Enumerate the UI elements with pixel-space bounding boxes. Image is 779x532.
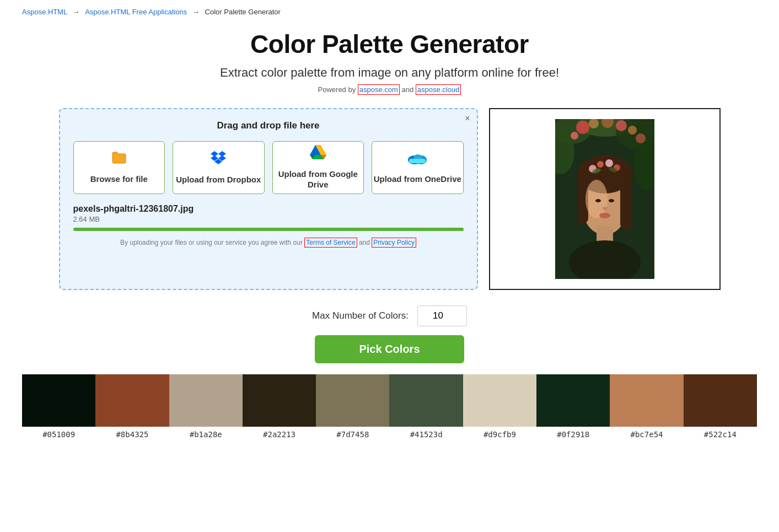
- svg-point-24: [628, 126, 637, 135]
- breadcrumb-link-aspose-html[interactable]: Aspose.HTML: [22, 8, 67, 16]
- browse-button-label: Browse for file: [90, 174, 148, 185]
- svg-point-31: [585, 180, 608, 218]
- file-name: pexels-phgaltri-12361807.jpg: [73, 204, 464, 214]
- swatch-item: #d9cfb9: [463, 374, 536, 439]
- swatch-color[interactable]: [243, 374, 316, 427]
- swatch-item: #b1a28e: [169, 374, 243, 439]
- gdrive-button[interactable]: Upload from Google Drive: [272, 141, 364, 194]
- svg-point-20: [576, 121, 589, 134]
- file-size: 2.64 MB: [73, 215, 464, 223]
- swatch-color[interactable]: [536, 374, 610, 427]
- upload-buttons-row: Browse for file Upload from Dropbox: [73, 141, 464, 194]
- swatch-color[interactable]: [95, 374, 169, 427]
- terms-sep: and: [359, 239, 372, 246]
- gdrive-button-label: Upload from Google Drive: [273, 169, 364, 190]
- preview-image: [555, 119, 654, 279]
- drag-drop-label: Drag and drop file here: [73, 120, 464, 131]
- svg-point-32: [595, 199, 601, 202]
- swatch-color[interactable]: [22, 374, 95, 427]
- terms-text: By uploading your files or using our ser…: [73, 239, 464, 246]
- breadcrumb-current: Color Palette Generator: [205, 8, 281, 16]
- svg-point-25: [571, 132, 578, 139]
- swatch-label: #0f2918: [557, 430, 589, 439]
- swatch-label: #7d7458: [336, 430, 369, 439]
- onedrive-button[interactable]: Upload from OneDrive: [372, 141, 464, 194]
- breadcrumb-link-free-apps[interactable]: Aspose.HTML Free Applications: [85, 8, 187, 16]
- swatch-color[interactable]: [169, 374, 243, 427]
- swatch-item: #41523d: [389, 374, 463, 439]
- powered-by: Powered by aspose.com and aspose.cloud: [11, 85, 768, 94]
- max-colors-row: Max Number of Colors:: [312, 305, 467, 326]
- privacy-policy-link[interactable]: Privacy Policy: [372, 238, 416, 248]
- onedrive-button-label: Upload from OneDrive: [374, 174, 461, 185]
- swatch-label: #bc7e54: [631, 430, 663, 439]
- terms-of-service-link[interactable]: Terms of Service: [304, 238, 357, 248]
- swatch-color[interactable]: [316, 374, 389, 427]
- controls-area: Max Number of Colors: Pick Colors: [0, 295, 779, 369]
- swatch-color[interactable]: [463, 374, 536, 427]
- powered-by-prefix: Powered by: [318, 85, 358, 94]
- swatch-label: #051009: [42, 430, 75, 439]
- breadcrumb-sep-2: →: [192, 8, 202, 16]
- powered-by-aspose-cloud[interactable]: aspose.cloud: [416, 84, 461, 95]
- swatch-item: #0f2918: [536, 374, 610, 439]
- powered-by-aspose-com[interactable]: aspose.com: [358, 84, 400, 95]
- swatch-item: #2a2213: [243, 374, 316, 439]
- swatch-color[interactable]: [610, 374, 683, 427]
- svg-point-34: [603, 207, 607, 210]
- dropbox-button[interactable]: Upload from Dropbox: [173, 141, 265, 194]
- preview-box: [489, 108, 721, 290]
- swatch-label: #b1a28e: [190, 430, 222, 439]
- max-colors-label: Max Number of Colors:: [312, 310, 409, 321]
- max-colors-input[interactable]: [417, 305, 467, 326]
- swatch-item: #522c14: [684, 374, 757, 439]
- breadcrumb: Aspose.HTML → Aspose.HTML Free Applicati…: [0, 0, 779, 24]
- main-area: × Drag and drop file here Browse for fil…: [0, 97, 779, 295]
- svg-point-35: [599, 213, 610, 218]
- upload-box: × Drag and drop file here Browse for fil…: [59, 108, 478, 290]
- close-button[interactable]: ×: [465, 114, 470, 123]
- browse-button[interactable]: Browse for file: [73, 141, 165, 194]
- svg-rect-13: [409, 159, 426, 163]
- terms-prefix: By uploading your files or using our ser…: [120, 239, 304, 246]
- page-title: Color Palette Generator: [11, 29, 768, 59]
- page-subtitle: Extract color palette from image on any …: [11, 66, 768, 80]
- swatch-label: #8b4325: [116, 430, 148, 439]
- swatch-label: #2a2213: [263, 430, 296, 439]
- page-header: Color Palette Generator Extract color pa…: [0, 24, 779, 97]
- palette-swatches: #051009#8b4325#b1a28e#2a2213#7d7458#4152…: [22, 374, 757, 439]
- swatch-item: #8b4325: [95, 374, 169, 439]
- svg-point-23: [616, 120, 627, 131]
- palette-area: #051009#8b4325#b1a28e#2a2213#7d7458#4152…: [0, 369, 779, 455]
- breadcrumb-sep-1: →: [73, 8, 82, 16]
- file-info: pexels-phgaltri-12361807.jpg 2.64 MB: [73, 204, 464, 231]
- swatch-label: #522c14: [704, 430, 737, 439]
- svg-point-33: [609, 199, 614, 202]
- swatch-label: #d9cfb9: [483, 430, 516, 439]
- onedrive-icon: [408, 151, 427, 169]
- folder-icon: [111, 151, 127, 169]
- powered-by-sep: and: [402, 85, 416, 94]
- svg-point-39: [597, 161, 604, 168]
- swatch-color[interactable]: [389, 374, 463, 427]
- dropbox-button-label: Upload from Dropbox: [176, 174, 261, 185]
- gdrive-icon: [310, 145, 326, 164]
- pick-colors-button[interactable]: Pick Colors: [315, 335, 464, 363]
- dropbox-icon: [211, 151, 226, 170]
- svg-point-26: [636, 133, 646, 143]
- progress-bar-fill: [73, 228, 464, 231]
- swatch-item: #7d7458: [316, 374, 389, 439]
- swatch-label: #41523d: [410, 430, 443, 439]
- svg-rect-30: [620, 169, 631, 229]
- progress-bar-container: [73, 228, 464, 231]
- svg-point-40: [605, 159, 613, 167]
- swatch-color[interactable]: [684, 374, 757, 427]
- swatch-item: #bc7e54: [610, 374, 683, 439]
- swatch-item: #051009: [22, 374, 95, 439]
